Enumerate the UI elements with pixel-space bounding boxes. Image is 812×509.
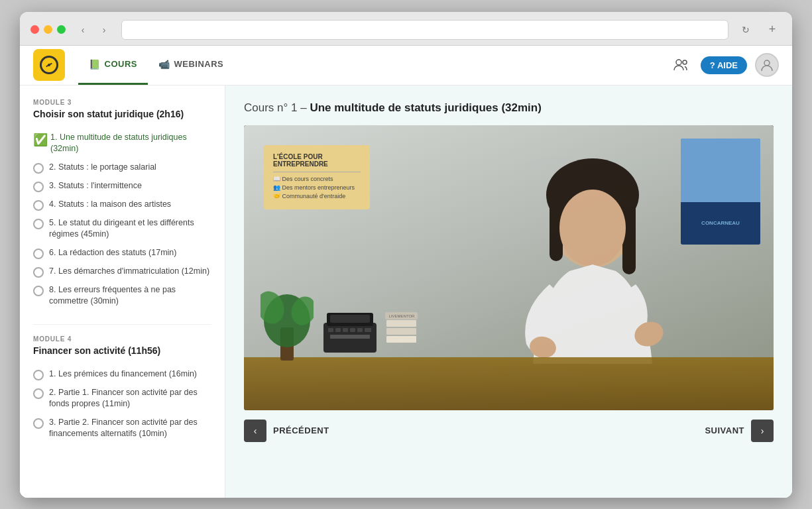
lesson-text: 8. Les erreurs fréquentes à ne pas comme… xyxy=(49,284,211,308)
module4-section: MODULE 4 Financer son activité (11h56) 1… xyxy=(33,324,211,443)
course-title: Cours n° 1 – Une multitude de statuts ju… xyxy=(244,101,774,115)
svg-rect-16 xyxy=(330,315,370,323)
book-icon: 📗 xyxy=(89,59,101,70)
module4-label: MODULE 4 xyxy=(33,335,211,343)
module3-label: MODULE 3 xyxy=(33,99,211,106)
video-frame: L'ÉCOLE POURENTREPRENDRE 📖 Des cours con… xyxy=(244,125,774,410)
logo[interactable] xyxy=(33,49,65,81)
circle-icon xyxy=(33,249,44,259)
banner-divider xyxy=(273,172,361,172)
prev-nav[interactable]: ‹ PRÉCÉDENT xyxy=(244,420,329,442)
next-label[interactable]: SUIVANT xyxy=(705,425,744,435)
app-container: 📗 COURS 📹 WEBINARS xyxy=(20,46,792,498)
forward-button[interactable]: › xyxy=(95,21,113,39)
lesson-text: 3. Partie 2. Financer son activité par d… xyxy=(49,417,211,440)
list-item[interactable]: 6. La rédaction des statuts (17min) xyxy=(33,244,211,262)
webinars-tab-label: WEBINARS xyxy=(174,59,223,69)
video-banner: L'ÉCOLE POURENTREPRENDRE 📖 Des cours con… xyxy=(264,145,370,209)
tab-webinars[interactable]: 📹 WEBINARS xyxy=(148,46,234,85)
circle-icon xyxy=(33,370,44,380)
svg-rect-17 xyxy=(328,328,333,332)
svg-rect-18 xyxy=(335,328,341,332)
lesson-text: 7. Les démarches d'immatriculation (12mi… xyxy=(49,266,209,278)
lesson-text: 2. Partie 1. Financer son activité par d… xyxy=(49,387,211,410)
top-nav: 📗 COURS 📹 WEBINARS xyxy=(20,46,792,85)
avatar-button[interactable] xyxy=(755,53,779,77)
list-item[interactable]: 8. Les erreurs fréquentes à ne pas comme… xyxy=(33,281,211,311)
banner-item: 🤝 Communauté d'entraide xyxy=(273,193,361,199)
svg-rect-22 xyxy=(365,328,371,332)
banner-title: L'ÉCOLE POURENTREPRENDRE xyxy=(273,153,361,168)
svg-rect-26 xyxy=(386,320,416,327)
sidebar: MODULE 3 Choisir son statut juridique (2… xyxy=(20,85,225,498)
banner-item: 📖 Des cours concrets xyxy=(273,176,361,182)
tab-cours[interactable]: 📗 COURS xyxy=(78,46,148,85)
circle-icon xyxy=(33,267,44,278)
new-tab-button[interactable]: + xyxy=(763,21,782,39)
aide-button[interactable]: ? AIDE xyxy=(701,56,747,74)
browser-nav-buttons: ‹ › xyxy=(74,21,113,39)
close-button[interactable] xyxy=(30,25,39,34)
back-button[interactable]: ‹ xyxy=(74,21,92,39)
lesson-text: 2. Statuts : le portage salarial xyxy=(49,162,156,174)
content-area: Cours n° 1 – Une multitude de statuts ju… xyxy=(225,85,792,498)
lesson-text: 3. Statuts : l'intermittence xyxy=(49,180,142,192)
nav-right: ? AIDE xyxy=(669,53,779,77)
typewriter xyxy=(320,310,380,359)
address-bar[interactable] xyxy=(121,20,728,40)
reload-button[interactable]: ↻ xyxy=(736,21,755,39)
nav-bar: ‹ PRÉCÉDENT SUIVANT › xyxy=(225,410,792,451)
course-title-strong: Une multitude de statuts juridiques (32m… xyxy=(310,101,541,114)
circle-icon xyxy=(33,163,44,174)
minimize-button[interactable] xyxy=(44,25,52,34)
list-item[interactable]: 2. Partie 1. Financer son activité par d… xyxy=(33,384,211,414)
list-item[interactable]: 3. Partie 2. Financer son activité par d… xyxy=(33,414,211,443)
module3-section: MODULE 3 Choisir son statut juridique (2… xyxy=(33,99,211,311)
circle-icon xyxy=(33,286,44,296)
lesson-text: 5. Le statut du dirigeant et les différe… xyxy=(49,217,211,241)
svg-rect-25 xyxy=(386,328,416,335)
list-item[interactable]: 5. Le statut du dirigeant et les différe… xyxy=(33,214,211,244)
svg-rect-19 xyxy=(343,328,348,332)
compass-dot xyxy=(48,64,50,66)
circle-icon xyxy=(33,182,44,192)
svg-point-0 xyxy=(676,60,681,65)
books: LIVEMENTOR xyxy=(383,310,420,359)
prev-label[interactable]: PRÉCÉDENT xyxy=(273,425,329,435)
video-player[interactable]: L'ÉCOLE POURENTREPRENDRE 📖 Des cours con… xyxy=(244,125,774,410)
circle-icon xyxy=(33,388,44,399)
next-nav[interactable]: SUIVANT › xyxy=(705,420,774,442)
circle-icon xyxy=(33,418,44,429)
prev-arrow-button[interactable]: ‹ xyxy=(244,420,266,442)
list-item[interactable]: 3. Statuts : l'intermittence xyxy=(33,177,211,196)
lesson-text: 1. Une multitude de statuts juridiques (… xyxy=(50,132,211,155)
list-item[interactable]: 4. Statuts : la maison des artistes xyxy=(33,196,211,214)
course-content: Cours n° 1 – Une multitude de statuts ju… xyxy=(225,85,792,410)
circle-icon xyxy=(33,200,44,211)
module4-title: Financer son activité (11h56) xyxy=(33,345,211,356)
lesson-text: 4. Statuts : la maison des artistes xyxy=(49,199,171,211)
svg-point-7 xyxy=(559,190,626,266)
traffic-lights xyxy=(30,25,66,34)
aide-label: ? AIDE xyxy=(710,60,738,70)
users-button[interactable] xyxy=(669,53,693,77)
svg-text:LIVEMENTOR: LIVEMENTOR xyxy=(389,314,416,318)
next-arrow-button[interactable]: › xyxy=(751,420,774,442)
svg-rect-24 xyxy=(386,336,416,343)
course-prefix: Cours n° 1 – xyxy=(244,101,310,114)
svg-point-1 xyxy=(683,60,687,64)
logo-icon xyxy=(40,56,58,74)
maximize-button[interactable] xyxy=(57,25,66,34)
lesson-text: 6. La rédaction des statuts (17min) xyxy=(49,247,176,259)
webinar-icon: 📹 xyxy=(158,59,170,70)
list-item[interactable]: 7. Les démarches d'immatriculation (12mi… xyxy=(33,262,211,281)
banner-item: 👥 Des mentors entrepreneurs xyxy=(273,184,361,191)
svg-rect-20 xyxy=(350,328,355,332)
list-item[interactable]: 1. Les prémices du financement (16min) xyxy=(33,365,211,384)
module3-title: Choisir son statut juridique (2h16) xyxy=(33,109,211,119)
table-surface xyxy=(244,357,774,410)
list-item[interactable]: 2. Statuts : le portage salarial xyxy=(33,158,211,177)
plant xyxy=(261,241,314,361)
circle-icon xyxy=(33,219,44,229)
list-item[interactable]: ✅ 1. Une multitude de statuts juridiques… xyxy=(33,129,211,158)
